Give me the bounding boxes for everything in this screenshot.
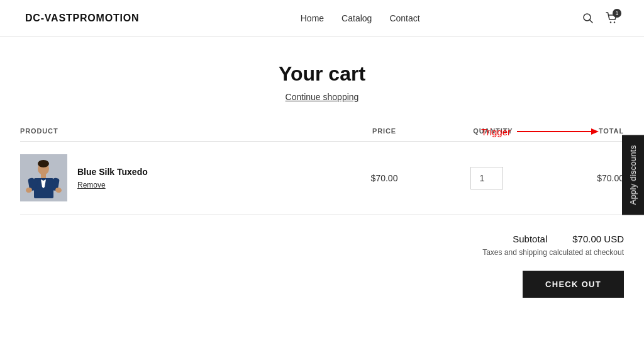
svg-point-13 — [38, 160, 49, 167]
cart-icon[interactable]: 1 — [605, 11, 619, 25]
product-info: Blue Silk Tuxedo Remove — [77, 167, 148, 189]
header-icons: 1 — [581, 11, 619, 25]
cart-badge: 1 — [613, 9, 621, 18]
continue-shopping-link[interactable]: Continue shopping — [20, 92, 624, 102]
header: DC-VASTPROMOTION Home Catalog Contact 1 — [0, 0, 644, 37]
total-cell: $70.00 — [554, 142, 624, 215]
price-cell: $70.00 — [350, 142, 419, 215]
svg-point-3 — [614, 21, 615, 23]
continue-shopping-anchor[interactable]: Continue shopping — [286, 92, 359, 102]
remove-button[interactable]: Remove — [77, 181, 106, 189]
table-row: Blue Silk Tuxedo Remove $70.00 $70.00 — [20, 142, 624, 215]
site-logo: DC-VASTPROMOTION — [25, 13, 139, 24]
search-icon[interactable] — [581, 11, 595, 25]
cart-table-body: Blue Silk Tuxedo Remove $70.00 $70.00 — [20, 142, 624, 215]
product-thumbnail — [20, 154, 67, 201]
checkout-button[interactable]: CHECK OUT — [523, 271, 624, 298]
page-title: Your cart — [20, 62, 624, 86]
svg-line-1 — [589, 20, 592, 23]
cart-summary: Subtotal $70.00 USD Taxes and shipping c… — [20, 234, 624, 298]
subtotal-label: Subtotal — [513, 234, 547, 244]
svg-point-2 — [610, 21, 611, 23]
quantity-cell — [419, 142, 554, 215]
quantity-input[interactable] — [470, 167, 503, 189]
trigger-annotation: Trigger — [481, 125, 599, 138]
nav-catalog[interactable]: Catalog — [341, 13, 372, 23]
product-image — [20, 154, 67, 201]
header-product: PRODUCT — [20, 121, 350, 142]
main-content: Your cart Continue shopping Trigger PROD… — [8, 37, 636, 336]
nav-home[interactable]: Home — [301, 13, 324, 23]
svg-marker-5 — [591, 128, 599, 135]
product-name: Blue Silk Tuxedo — [77, 167, 148, 177]
apply-discounts-button[interactable]: Apply discounts — [622, 135, 644, 215]
subtotal-value: $70.00 USD — [572, 234, 624, 244]
nav-contact[interactable]: Contact — [389, 13, 419, 23]
main-nav: Home Catalog Contact — [301, 13, 420, 23]
svg-rect-12 — [41, 173, 46, 178]
subtotal-row: Subtotal $70.00 USD — [513, 234, 624, 244]
trigger-label: Trigger — [481, 127, 511, 137]
header-price: PRICE — [350, 121, 419, 142]
product-cell: Blue Silk Tuxedo Remove — [20, 142, 350, 215]
trigger-arrow-icon — [517, 125, 599, 138]
tax-note: Taxes and shipping calculated at checkou… — [482, 248, 624, 257]
